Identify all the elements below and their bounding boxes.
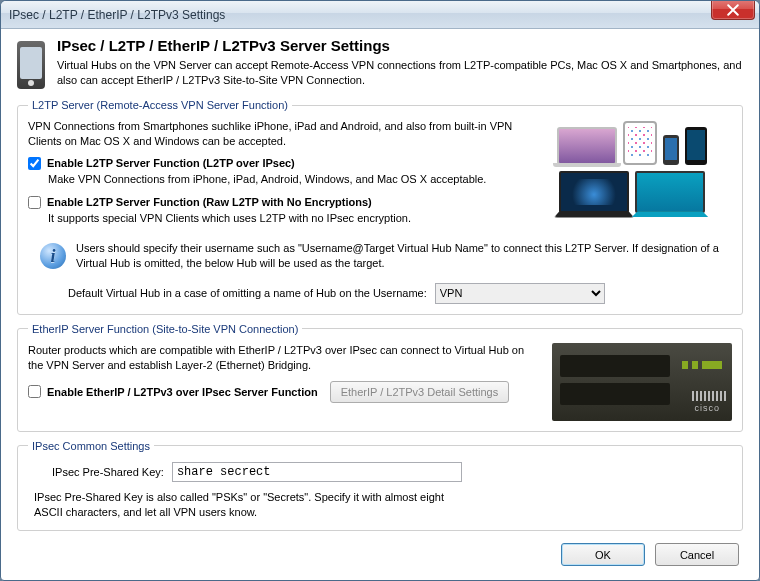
psk-label: IPsec Pre-Shared Key: xyxy=(52,466,164,478)
smartphone-icon xyxy=(17,41,45,89)
enable-l2tp-ipsec-checkbox[interactable] xyxy=(28,157,41,170)
windows-laptop-icon xyxy=(559,171,629,213)
etherip-group: EtherIP Server Function (Site-to-Site VP… xyxy=(17,323,743,432)
cisco-logo: cisco xyxy=(694,403,720,413)
info-icon: i xyxy=(40,243,66,269)
cancel-button[interactable]: Cancel xyxy=(655,543,739,566)
enable-l2tp-raw-label[interactable]: Enable L2TP Server Function (Raw L2TP wi… xyxy=(47,196,372,208)
enable-l2tp-ipsec-label[interactable]: Enable L2TP Server Function (L2TP over I… xyxy=(47,157,295,169)
titlebar[interactable]: IPsec / L2TP / EtherIP / L2TPv3 Settings xyxy=(1,1,759,29)
ok-button[interactable]: OK xyxy=(561,543,645,566)
header: IPsec / L2TP / EtherIP / L2TPv3 Server S… xyxy=(17,37,743,89)
ipsec-common-legend: IPsec Common Settings xyxy=(28,440,154,452)
etherip-legend: EtherIP Server Function (Site-to-Site VP… xyxy=(28,323,302,335)
default-hub-select[interactable]: VPN xyxy=(435,283,605,304)
etherip-intro: Router products which are compatible wit… xyxy=(28,343,542,373)
enable-etherip-label[interactable]: Enable EtherIP / L2TPv3 over IPsec Serve… xyxy=(47,386,318,398)
default-hub-label: Default Virtual Hub in a case of omittin… xyxy=(68,287,427,299)
page-title: IPsec / L2TP / EtherIP / L2TPv3 Server S… xyxy=(57,37,743,54)
l2tp-ipsec-desc: Make VPN Connections from iPhone, iPad, … xyxy=(48,172,522,186)
l2tp-intro: VPN Connections from Smartphones suchlik… xyxy=(28,119,522,149)
enable-l2tp-raw-checkbox[interactable] xyxy=(28,196,41,209)
surface-tablet-icon xyxy=(635,171,705,213)
dialog-buttons: OK Cancel xyxy=(561,543,739,566)
l2tp-info-text: Users should specify their username such… xyxy=(76,241,732,271)
enable-etherip-checkbox[interactable] xyxy=(28,385,41,398)
l2tp-group: L2TP Server (Remote-Access VPN Server Fu… xyxy=(17,99,743,315)
iphone-icon xyxy=(663,135,679,165)
window-title: IPsec / L2TP / EtherIP / L2TPv3 Settings xyxy=(7,8,225,22)
dialog-content: IPsec / L2TP / EtherIP / L2TPv3 Server S… xyxy=(1,29,759,549)
device-illustration xyxy=(532,119,732,235)
l2tp-raw-desc: It supports special VPN Clients which us… xyxy=(48,211,522,225)
close-icon xyxy=(727,4,739,16)
psk-note: IPsec Pre-Shared Key is also called "PSK… xyxy=(34,490,454,520)
header-text: IPsec / L2TP / EtherIP / L2TPv3 Server S… xyxy=(57,37,743,89)
page-subtitle: Virtual Hubs on the VPN Server can accep… xyxy=(57,58,743,88)
ipsec-common-group: IPsec Common Settings IPsec Pre-Shared K… xyxy=(17,440,743,531)
android-phone-icon xyxy=(685,127,707,165)
dialog-window: IPsec / L2TP / EtherIP / L2TPv3 Settings… xyxy=(0,0,760,581)
etherip-detail-button[interactable]: EtherIP / L2TPv3 Detail Settings xyxy=(330,381,510,403)
l2tp-legend: L2TP Server (Remote-Access VPN Server Fu… xyxy=(28,99,292,111)
router-illustration: cisco xyxy=(552,343,732,421)
psk-input[interactable] xyxy=(172,462,462,482)
macbook-icon xyxy=(557,127,617,165)
ipad-icon xyxy=(623,121,657,165)
close-button[interactable] xyxy=(711,0,755,20)
